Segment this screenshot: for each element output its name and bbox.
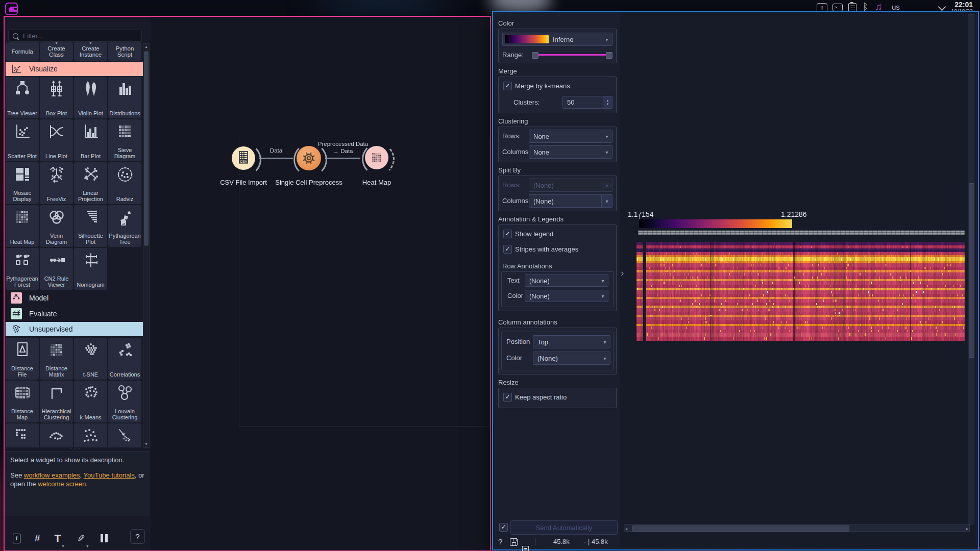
- range-slider[interactable]: [532, 52, 612, 58]
- send-auto-checkbox[interactable]: ✓: [499, 523, 508, 532]
- scroll-right-icon[interactable]: ▸: [966, 527, 968, 531]
- category-model[interactable]: Model: [6, 291, 143, 305]
- palette-widget-sparse-dots[interactable]: [74, 423, 107, 447]
- welcome-screen-link[interactable]: welcome screen: [38, 480, 86, 488]
- split-columns-select[interactable]: (None) ▾: [529, 194, 612, 208]
- palette-widget-distance-file[interactable]: Distance File: [6, 338, 39, 380]
- palette-widget-cn2-rule-viewer[interactable]: CN2 Rule Viewer: [40, 248, 73, 290]
- vertical-scrollbar-thumb[interactable]: [969, 183, 974, 358]
- col-annot-position-select[interactable]: Top ▾: [533, 335, 610, 348]
- scroll-left-icon[interactable]: ◂: [625, 527, 627, 531]
- clusters-spinbox[interactable]: 50 ▲▼: [562, 96, 612, 109]
- youtube-tutorials-link[interactable]: YouTube tutorials: [84, 471, 135, 479]
- palette-widget-hierarchical-clustering[interactable]: Hierarchical Clustering: [40, 381, 73, 422]
- link-data[interactable]: [259, 158, 293, 159]
- palette-widget-scatter-plot[interactable]: Scatter Plot: [6, 119, 39, 161]
- spin-up-icon[interactable]: ▲: [606, 99, 609, 102]
- palette-widget-heat-map[interactable]: Heat Map: [6, 205, 39, 247]
- status-help-icon[interactable]: ?: [498, 537, 502, 546]
- palette-widget-sieve-diagram[interactable]: Sieve Diagram: [108, 119, 141, 161]
- show-legend-checkbox[interactable]: ✓: [503, 230, 512, 238]
- range-slider-high-handle[interactable]: [606, 52, 612, 59]
- splitter-handle[interactable]: ······: [68, 445, 84, 450]
- palette-widget-linear-projection[interactable]: Linear Projection: [74, 162, 107, 204]
- palette-widget-box-plot[interactable]: Box Plot: [40, 77, 73, 118]
- palette-widget-t-sne[interactable]: t-SNE: [74, 338, 107, 380]
- text-tool-icon[interactable]: T: [55, 532, 61, 544]
- send-automatically-button[interactable]: Send Automatically: [510, 520, 618, 535]
- palette-widget-correlations[interactable]: Correlations: [108, 338, 141, 380]
- link-preprocessed-data[interactable]: [325, 158, 360, 159]
- palette-widget-nomogram[interactable]: Nomogram: [74, 248, 107, 290]
- invader-app-icon[interactable]: [5, 3, 18, 15]
- workflow-examples-link[interactable]: workflow examples: [24, 471, 80, 479]
- palette-widget-louvain-clustering[interactable]: Louvain Clustering: [108, 381, 141, 422]
- draw-tool-icon[interactable]: ✎: [77, 533, 85, 544]
- heatmap-row-strip[interactable]: [636, 242, 643, 341]
- palette-widget-line-plot[interactable]: Line Plot: [40, 119, 73, 161]
- merge-kmeans-checkbox[interactable]: ✓: [503, 82, 512, 90]
- caret-down-icon: ▾: [62, 544, 64, 548]
- keyboard-layout[interactable]: us: [892, 3, 900, 11]
- palette-widget-arrow-dots[interactable]: [108, 423, 141, 447]
- palette-widget-distance-map[interactable]: Distance Map: [6, 381, 39, 422]
- node-heat-map[interactable]: [365, 146, 388, 169]
- palette-scrollbar-thumb[interactable]: [144, 51, 149, 246]
- spin-down-icon[interactable]: ▼: [606, 103, 609, 106]
- keep-aspect-checkbox[interactable]: ✓: [503, 393, 512, 402]
- clustering-rows-select[interactable]: None ▾: [529, 130, 612, 143]
- horizontal-scrollbar-thumb[interactable]: [632, 525, 849, 532]
- row-annot-text-select[interactable]: (None) ▾: [525, 274, 608, 287]
- workflow-canvas[interactable]: Data Preprocessed Data → Data CSV File I…: [151, 17, 489, 550]
- grid-icon[interactable]: #: [35, 533, 40, 544]
- colormap-select[interactable]: Inferno ▾: [502, 33, 612, 46]
- palette-scrollbar[interactable]: ▴ ▾: [143, 43, 150, 448]
- clustering-columns-select[interactable]: None ▾: [529, 145, 612, 159]
- save-icon[interactable]: [510, 538, 518, 546]
- palette-widget-k-means[interactable]: k-Means: [74, 381, 107, 422]
- palette-widget-pythagorean-tree[interactable]: Pythagorean Tree: [108, 205, 141, 247]
- palette-widget-bar-plot[interactable]: Bar Plot: [74, 119, 107, 161]
- spin-arrows[interactable]: ▲▼: [603, 96, 612, 108]
- heatmap-canvas[interactable]: [646, 242, 965, 341]
- scroll-up-icon[interactable]: ▴: [143, 44, 149, 50]
- palette-widget-violin-plot[interactable]: Violin Plot: [74, 77, 107, 118]
- terminal-icon[interactable]: >_: [832, 4, 843, 11]
- palette-widget-tree-viewer[interactable]: Tree Viewer: [6, 77, 39, 118]
- chevron-down-icon[interactable]: [938, 3, 946, 11]
- palette-widget-create-class[interactable]: ▾Create Class: [40, 42, 73, 61]
- palette-widget-manifold[interactable]: [40, 423, 73, 447]
- node-single-cell-preprocess[interactable]: [297, 146, 321, 170]
- col-annot-color-select[interactable]: (None) ▾: [533, 352, 610, 365]
- info-doc-icon[interactable]: i: [13, 534, 20, 543]
- widget-filter[interactable]: [8, 30, 142, 42]
- bluetooth-icon[interactable]: ᛒ: [863, 2, 868, 12]
- pause-icon[interactable]: [101, 534, 108, 542]
- help-button[interactable]: ?: [130, 529, 145, 544]
- range-slider-low-handle[interactable]: [532, 52, 538, 59]
- palette-widget-mosaic-display[interactable]: Mosaic Display: [6, 162, 39, 204]
- palette-widget-freeviz[interactable]: FreeViz: [40, 162, 73, 204]
- row-annot-color-select[interactable]: (None) ▾: [525, 290, 608, 302]
- horizontal-scrollbar[interactable]: ◂ ▸: [624, 524, 970, 532]
- palette-widget-formula[interactable]: Formula: [6, 42, 39, 61]
- node-csv-file-import[interactable]: [232, 146, 255, 170]
- stripes-averages-checkbox[interactable]: ✓: [503, 245, 512, 254]
- category-visualize[interactable]: Visualize: [6, 62, 143, 76]
- palette-widget-silhouette-plot[interactable]: Silhouette Plot: [74, 205, 107, 247]
- splitter-expand-icon[interactable]: ›: [621, 267, 624, 279]
- category-evaluate[interactable]: Evaluate: [6, 307, 143, 321]
- palette-widget-distributions[interactable]: Distributions: [108, 77, 141, 118]
- palette-widget-pythagorean-forest[interactable]: Pythagorean Forest: [6, 248, 39, 290]
- palette-widget-venn-diagram[interactable]: Venn Diagram: [40, 205, 73, 247]
- report-icon[interactable]: [522, 546, 529, 551]
- palette-widget-distance-matrix[interactable]: Distance Matrix: [40, 338, 73, 380]
- palette-widget-python-script[interactable]: Python Script: [108, 42, 141, 61]
- palette-widget-radviz[interactable]: Radviz: [108, 162, 141, 204]
- palette-widget-create-instance[interactable]: ▾Create Instance: [74, 42, 107, 61]
- category-unsupervised[interactable]: Unsupervised: [6, 322, 143, 336]
- filter-input[interactable]: [22, 32, 126, 40]
- vertical-scrollbar[interactable]: [968, 14, 974, 524]
- scroll-down-icon[interactable]: ▾: [143, 441, 149, 447]
- palette-widget-dots-corner[interactable]: [6, 423, 39, 447]
